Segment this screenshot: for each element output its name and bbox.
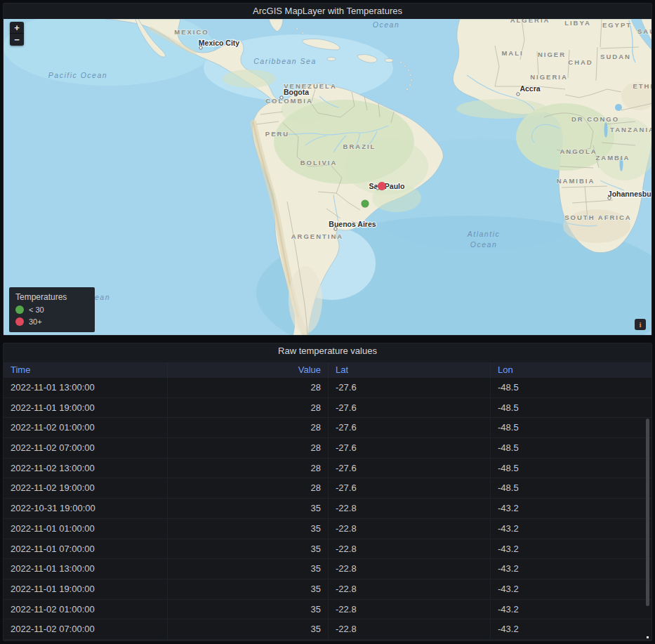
table-cell: -22.8 [329,559,491,579]
table-cell: 2022-11-01 19:00:00 [4,579,168,599]
table-cell: 2022-11-02 01:00:00 [4,418,168,438]
table-cell: -43.2 [491,519,652,539]
table-cell: 35 [168,559,329,579]
city-dot [280,96,283,99]
table-header-row: TimeValueLatLon [4,362,652,378]
map-canvas[interactable]: OceanPacific OceanCaribbean SeaAtlanticO… [4,19,652,336]
map-attribution-info-button[interactable]: i [635,319,646,330]
table-cell: -43.2 [491,600,652,619]
table-cell: 28 [168,459,329,478]
column-header-lon[interactable]: Lon [491,362,652,378]
table-cell: 28 [168,398,329,418]
table-row[interactable]: 2022-11-01 19:00:0028-27.6-48.5 [4,398,652,419]
legend-item-30[interactable]: < 30 [15,305,88,314]
table-cell: -48.5 [491,459,652,478]
table-cell: 2022-11-01 01:00:00 [4,519,168,539]
legend-items: < 3030+ [15,305,88,326]
table-row[interactable]: 2022-10-31 19:00:0035-22.8-43.2 [4,499,652,519]
table-cell: 2022-10-31 19:00:00 [4,499,168,518]
map-label-ean: ean [95,293,110,301]
zoom-in-button[interactable]: + [10,22,24,34]
map-label-nigeria: NIGERIA [530,73,568,81]
map-label-algeria: ALGERIA [510,19,550,24]
map-label-peru: PERU [265,130,289,138]
map-label-mali: MALI [501,49,523,57]
map-label-mexico-city: Mexico City [199,39,240,47]
map-label-bolivia: BOLIVIA [300,159,338,166]
table-panel-title[interactable]: Raw temperature values [4,343,651,359]
city-dot [608,197,611,199]
map-label-argentina: ARGENTINA [291,232,343,240]
map-label-libya: LIBYA [564,19,591,27]
table-row[interactable]: 2022-11-02 01:00:0035-22.8-43.2 [4,600,652,620]
table-cell: -27.6 [329,378,491,397]
panel-resize-handle[interactable] [647,636,649,638]
table-cell: 35 [168,499,329,518]
table-cell: -48.5 [491,438,652,458]
table-cell: 2022-11-01 19:00:00 [4,398,168,418]
table-cell: -48.5 [491,478,652,498]
table: TimeValueLatLon 2022-11-01 13:00:0028-27… [4,359,652,641]
column-header-time[interactable]: Time [4,362,168,378]
legend-item-30[interactable]: 30+ [15,317,88,326]
table-cell: 2022-11-01 07:00:00 [4,539,168,559]
table-cell: 35 [168,539,329,559]
legend-label: < 30 [29,305,44,314]
map-panel: ArcGIS MapLayer with Temperatures [3,3,652,336]
table-cell: -43.2 [491,559,652,579]
map-label-niger: NIGER [538,51,566,58]
table-cell: -27.6 [329,478,491,498]
table-row[interactable]: 2022-11-02 07:00:0035-22.8-43.2 [4,619,652,640]
map-panel-title[interactable]: ArcGIS MapLayer with Temperatures [4,4,651,19]
map-label-sao-paulo: Sao Paulo [369,182,405,190]
map-label-ocean: Ocean [373,20,399,29]
table-cell: -48.5 [491,398,652,418]
table-row[interactable]: 2022-11-02 01:00:0028-27.6-48.5 [4,418,652,438]
table-row[interactable]: 2022-11-01 01:00:0035-22.8-43.2 [4,519,652,539]
table-cell: -43.2 [491,619,652,639]
map-label-sudan: SUDAN [600,53,631,60]
table-row[interactable]: 2022-11-02 07:00:0028-27.6-48.5 [4,438,652,459]
map-label-accra: Accra [520,84,540,93]
table-row[interactable]: 2022-11-01 13:00:0028-27.6-48.5 [4,378,652,398]
table-cell: 2022-11-01 13:00:00 [4,378,168,397]
table-row[interactable]: 2022-11-02 13:00:0028-27.6-48.5 [4,459,652,479]
legend-swatch-icon [15,305,24,314]
table-scrollbar-thumb[interactable] [646,419,649,606]
table-cell: 35 [168,579,329,599]
table-row[interactable]: 2022-11-01 19:00:0035-22.8-43.2 [4,579,652,600]
table-cell: -43.2 [491,499,652,518]
map-label-mexico: MEXICO [174,28,209,36]
map-label-ocean: Ocean [470,240,497,249]
table-cell: 2022-11-02 01:00:00 [4,600,168,619]
map-label-bogota: Bogota [284,88,309,96]
map-label-angola: ANGOLA [560,147,597,155]
table-cell: -48.5 [491,418,652,438]
table-body: 2022-11-01 13:00:0028-27.6-48.52022-11-0… [4,378,652,640]
column-header-value[interactable]: Value [168,362,329,378]
map-label-tanzania: TANZANIA [610,126,652,133]
zoom-out-button[interactable]: − [10,34,24,46]
map-label-zambia: ZAMBIA [596,154,630,162]
table-cell: 2022-11-02 07:00:00 [4,619,168,639]
map-legend: Temperatures < 3030+ [9,287,95,332]
table-cell: 28 [168,478,329,498]
map-label-johannesburg: Johannesburg [608,190,652,198]
map-label-south-africa: SOUTH AFRICA [564,213,631,221]
column-header-lat[interactable]: Lat [329,362,491,378]
table-cell: -22.8 [329,619,491,639]
table-row[interactable]: 2022-11-01 13:00:0035-22.8-43.2 [4,559,652,579]
table-cell: 35 [168,519,329,539]
temp-marker-cool[interactable] [362,200,369,208]
map-label-atlantic: Atlantic [467,230,500,238]
table-cell: 28 [168,378,329,397]
table-cell: -22.8 [329,499,491,518]
table-cell: -48.5 [491,378,652,397]
table-row[interactable]: 2022-11-02 19:00:0028-27.6-48.5 [4,478,652,499]
table-cell: -43.2 [491,539,652,559]
map-label-dr-congo: DR CONGO [571,115,619,123]
map-label-brazil: BRAZIL [343,143,376,150]
table-cell: 35 [168,600,329,619]
table-row[interactable]: 2022-11-01 07:00:0035-22.8-43.2 [4,539,652,560]
temp-marker-hot[interactable] [378,182,386,190]
